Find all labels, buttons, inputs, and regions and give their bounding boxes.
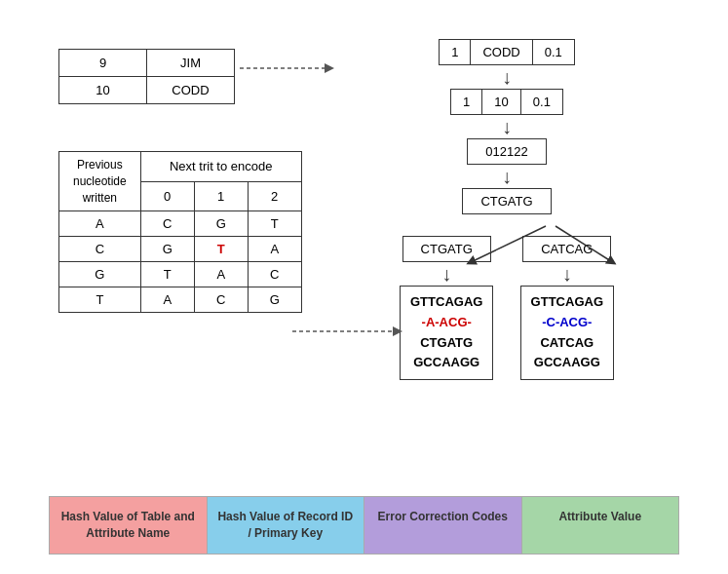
legend-error-correction: Error Correction Codes	[364, 497, 522, 554]
next-trit-header: Next trit to encode	[140, 152, 301, 182]
seq-box-ctgatg: CTGATG	[462, 188, 551, 214]
row-t-1: C	[194, 287, 248, 313]
row-c-2: A	[248, 237, 301, 262]
trit-1-header: 1	[194, 181, 248, 211]
flow-diagram: 1 CODD 0.1 ↓ 1 10 0.1 ↓ 012122 ↓	[400, 39, 614, 380]
prev-nucleotide-header: Previousnucleotidewritten	[59, 152, 141, 211]
legend-attribute-value: Attribute Value	[522, 497, 679, 554]
arrow-down-2: ↓	[502, 117, 512, 136]
legend-attribute-value-label: Attribute Value	[558, 510, 641, 523]
legend-hash-record: Hash Value of Record ID / Primary Key	[208, 497, 365, 554]
row-t-prev: T	[59, 287, 141, 313]
row-c-prev: C	[59, 237, 141, 262]
dna-left-line3: CTGATG	[420, 335, 473, 350]
cell-codd: CODD	[147, 77, 235, 104]
legend-container: Hash Value of Table and Attribute Name H…	[49, 496, 679, 555]
trit-2-header: 2	[248, 181, 301, 211]
legend-hash-table: Hash Value of Table and Attribute Name	[50, 497, 208, 554]
flow-cell-codd: CODD	[471, 40, 532, 65]
flow-second-table: 1 10 0.1	[450, 89, 563, 115]
flow-cell-1b: 1	[451, 90, 482, 115]
encoding-table: Previousnucleotidewritten Next trit to e…	[58, 151, 302, 313]
row-g-1: A	[194, 262, 248, 287]
branch-left-label: CTGATG	[402, 236, 491, 262]
dna-right-box: GTTCAGAG -C-ACG- CATCAG GCCAAGG	[520, 286, 614, 380]
row-g-prev: G	[59, 262, 141, 287]
main-container: 9 JIM 10 CODD Previousnucleotidewritten …	[0, 0, 728, 574]
row-a-2: T	[248, 211, 301, 237]
row-a-prev: A	[59, 211, 141, 237]
arrow-down-1: ↓	[502, 67, 512, 87]
row-a-1: G	[194, 211, 248, 237]
cell-9: 9	[59, 50, 147, 77]
flow-cell-1: 1	[440, 40, 471, 65]
row-c-1: T	[194, 237, 248, 262]
seq-box-012122: 012122	[467, 138, 546, 165]
dna-right-line2: -C-ACG-	[542, 315, 592, 329]
flow-top-table: 1 CODD 0.1	[439, 39, 575, 65]
legend-error-correction-label: Error Correction Codes	[378, 510, 508, 523]
row-t-2: G	[248, 287, 301, 313]
dna-right-line4: GCCAAGG	[534, 355, 600, 369]
row-a-0: C	[140, 211, 194, 237]
flow-cell-01b: 0.1	[520, 90, 562, 115]
dna-right-line3: CATCAG	[540, 335, 594, 350]
row-c-0: G	[140, 237, 194, 262]
arrow-left-branch: ↓	[441, 264, 451, 284]
flow-cell-10: 10	[482, 90, 520, 115]
dna-left-line1: GTTCAGAG	[410, 294, 482, 309]
row-t-0: A	[140, 287, 194, 313]
flow-inner: 1 CODD 0.1 ↓ 1 10 0.1 ↓ 012122 ↓	[400, 39, 614, 380]
row-g-2: C	[248, 262, 301, 287]
legend-hash-record-label: Hash Value of Record ID / Primary Key	[217, 510, 353, 540]
dna-left-line2: -A-ACG-	[422, 315, 472, 329]
arrow-down-3: ↓	[502, 167, 512, 186]
top-left-table: 9 JIM 10 CODD	[58, 49, 235, 104]
dna-left-line4: GCCAAGG	[413, 355, 479, 369]
trit-0-header: 0	[140, 181, 194, 211]
branch-right-label: CATCAG	[522, 236, 611, 262]
arrow-right-branch: ↓	[562, 264, 572, 284]
cell-10: 10	[59, 77, 147, 104]
row-g-0: T	[140, 262, 194, 287]
legend-hash-table-label: Hash Value of Table and Attribute Name	[61, 510, 195, 540]
dna-left-box: GTTCAGAG -A-ACG- CTGATG GCCAAGG	[400, 286, 493, 380]
dna-right-line1: GTTCAGAG	[531, 294, 603, 309]
cell-jim: JIM	[147, 50, 235, 77]
flow-cell-01: 0.1	[532, 40, 574, 65]
